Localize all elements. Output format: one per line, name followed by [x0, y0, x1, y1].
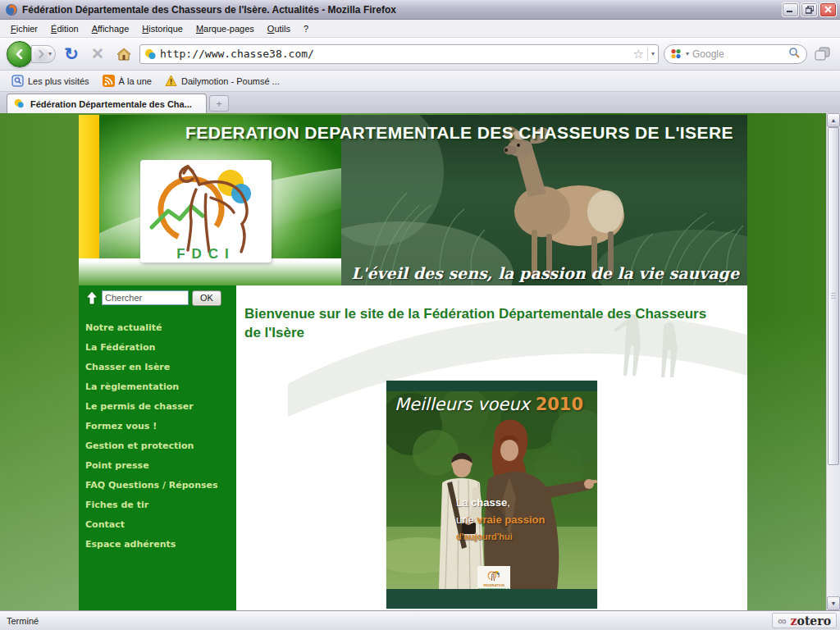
site-favicon	[144, 48, 157, 61]
sidebar-search-ok-button[interactable]: OK	[192, 290, 221, 306]
status-text: Terminé	[7, 616, 772, 626]
back-button[interactable]	[7, 41, 33, 67]
sidebar-item-notre-actualite[interactable]: Notre actualité	[85, 318, 230, 338]
banner-tagline: L'éveil des sens, la passion de la vie s…	[351, 264, 739, 282]
pages-overlap-icon[interactable]	[812, 43, 833, 65]
slogan-comma: ,	[507, 496, 510, 509]
forward-button-group: ▾	[31, 45, 56, 63]
menu-historique[interactable]: Historique	[136, 21, 189, 36]
bookmark-star-icon[interactable]: ☆	[633, 48, 644, 60]
banner-yellow-bar	[79, 115, 99, 258]
close-button[interactable]	[819, 2, 837, 17]
browser-viewport: L'éveil des sens, la passion de la vie s…	[0, 113, 840, 610]
urlbar-separator	[647, 48, 648, 61]
search-bar: ▾	[664, 44, 807, 64]
voeux-photo	[386, 391, 597, 589]
window-title: Fédération Départementale des Chasseurs …	[22, 4, 782, 16]
forward-button[interactable]	[34, 47, 48, 62]
sidebar-item-chasser-en-isere[interactable]: Chasser en Isère	[85, 358, 230, 377]
slogan-vraie-passion: vraie passion	[477, 514, 545, 526]
titlebar[interactable]: Fédération Départementale des Chasseurs …	[0, 0, 840, 20]
reload-icon[interactable]: ↻	[61, 43, 82, 65]
slogan-la: La	[456, 496, 471, 509]
slogan-aujourdhui: d'aujourd'hui	[456, 532, 513, 541]
menu-fichier[interactable]: Fichier	[5, 21, 43, 36]
sidebar-item-point-presse[interactable]: Point presse	[85, 456, 230, 476]
voeux-title: Meilleurs voeux 2010	[395, 395, 583, 414]
menubar: Fichier Édition Affichage Historique Mar…	[0, 20, 840, 38]
tab-favicon	[13, 98, 26, 111]
magnifier-icon[interactable]	[788, 47, 800, 62]
sidebar-search-row: OK	[85, 289, 230, 307]
google-icon[interactable]	[669, 48, 682, 61]
bookmark-a-la-une[interactable]: À la une	[98, 73, 157, 89]
page-title: Bienvenue sur le site de la Fédération D…	[244, 305, 720, 343]
zotero-wordmark: zotero	[791, 615, 831, 627]
bookmark-label: Dailymotion - Poumsé ...	[181, 76, 280, 86]
scroll-up-icon[interactable]: ▲	[827, 113, 840, 127]
voeux-2010-image: Meilleurs voeux 2010 La chasse, une vrai…	[386, 381, 597, 609]
menu-affichage[interactable]: Affichage	[86, 21, 135, 36]
sidebar-item-faq[interactable]: FAQ Questions / Réponses	[85, 476, 230, 495]
bookmark-most-visited[interactable]: Les plus visités	[7, 73, 94, 89]
sidebar-item-contact[interactable]: Contact	[85, 515, 230, 535]
sidebar-search-input[interactable]	[102, 290, 189, 305]
stop-icon[interactable]: ✕	[87, 43, 108, 65]
zotero-rest: otero	[797, 614, 831, 628]
vertical-scrollbar[interactable]: ▲ ▼	[826, 113, 840, 610]
browser-window: Fédération Départementale des Chasseurs …	[0, 0, 840, 630]
sidebar-item-la-reglementation[interactable]: La règlementation	[85, 377, 230, 397]
zotero-button[interactable]: ∞ zotero	[772, 613, 837, 628]
sidebar-item-espace-adherents[interactable]: Espace adhérents	[85, 535, 230, 555]
bookmark-label: À la une	[119, 76, 152, 86]
menu-outils[interactable]: Outils	[262, 21, 296, 36]
sidebar-menu: Notre actualité La Fédération Chasser en…	[85, 318, 230, 555]
minimize-button[interactable]	[782, 2, 799, 17]
sidebar-item-fiches-de-tir[interactable]: Fiches de tir	[85, 495, 230, 515]
site-page: L'éveil des sens, la passion de la vie s…	[79, 115, 747, 610]
voeux-slogan: La chasse, une vraie passion d'aujourd'h…	[456, 494, 545, 545]
page-background: L'éveil des sens, la passion de la vie s…	[0, 113, 826, 610]
scrollbar-thumb[interactable]	[828, 127, 839, 465]
tab-active[interactable]: Fédération Départementale des Cha...	[7, 94, 207, 113]
voeux-bottom-bar	[386, 589, 597, 609]
bookmark-dailymotion[interactable]: Dailymotion - Poumsé ...	[160, 73, 285, 89]
location-bar: ☆ ▾	[139, 44, 659, 64]
menu-marque-pages[interactable]: Marque-pages	[190, 21, 260, 36]
search-input[interactable]	[692, 48, 785, 60]
voeux-title-text: Meilleurs voeux	[395, 395, 536, 414]
bookmark-label: Les plus visités	[28, 76, 89, 86]
zotero-z: z	[791, 614, 797, 628]
scrollbar-track[interactable]	[827, 127, 840, 596]
voeux-top-bar	[386, 381, 597, 391]
urlbar-dropdown-icon[interactable]: ▾	[651, 51, 655, 57]
scrollbar-grip	[831, 293, 836, 299]
history-dropdown-icon[interactable]: ▾	[48, 51, 52, 57]
menu-aide[interactable]: ?	[298, 21, 314, 36]
fdci-logo: FDCI	[140, 160, 272, 262]
scroll-down-icon[interactable]: ▼	[827, 596, 840, 610]
menu-edition[interactable]: Édition	[45, 21, 84, 36]
sidebar-item-formez-vous[interactable]: Formez vous !	[85, 417, 230, 436]
home-arrow-icon[interactable]	[85, 290, 98, 305]
sidebar-item-la-federation[interactable]: La Fédération	[85, 338, 230, 358]
new-tab-button[interactable]: +	[209, 95, 229, 112]
sidebar-item-le-permis-de-chasser[interactable]: Le permis de chasser	[85, 397, 230, 417]
search-engine-dropdown-icon[interactable]: ▾	[686, 51, 689, 57]
site-header-banner: L'éveil des sens, la passion de la vie s…	[79, 115, 747, 285]
home-icon[interactable]	[113, 43, 135, 65]
main-content: Bienvenue sur le site de la Fédération D…	[236, 285, 747, 610]
navigation-toolbar: ▾ ↻ ✕ ☆ ▾ ▾	[0, 38, 840, 71]
status-bar: Terminé ∞ zotero	[0, 610, 840, 630]
sidebar-item-gestion-et-protection[interactable]: Gestion et protection	[85, 436, 230, 456]
slogan-chasse: chasse	[471, 496, 507, 509]
firefox-icon	[5, 3, 18, 16]
bookmarks-toolbar: Les plus visités À la une Dailymotion - …	[0, 71, 840, 92]
url-input[interactable]	[160, 48, 630, 60]
fdci-logo-text: FDCI	[176, 246, 235, 262]
slogan-une: une	[456, 514, 477, 526]
tab-title: Fédération Départementale des Cha...	[30, 99, 192, 109]
sidebar: OK Notre actualité La Fédération Chasser…	[79, 285, 236, 610]
tab-bar: Fédération Départementale des Cha... +	[0, 92, 840, 113]
restore-button[interactable]	[801, 2, 818, 17]
